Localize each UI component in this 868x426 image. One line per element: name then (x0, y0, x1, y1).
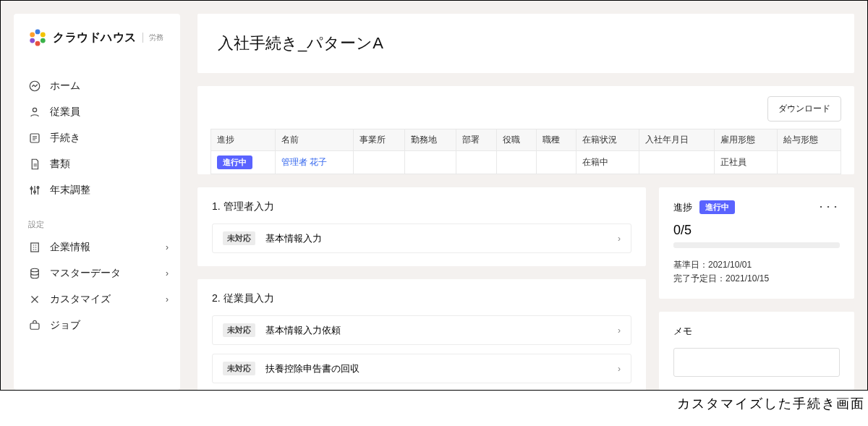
page-title: 入社手続き_パターンA (218, 33, 834, 54)
column-header: 雇用形態 (715, 129, 778, 151)
task-label: 扶養控除申告書の回収 (265, 362, 359, 375)
sidebar-settings-item-2[interactable]: カスタマイズ› (28, 286, 169, 312)
sidebar-nav-item-1[interactable]: 従業員 (28, 99, 169, 125)
sidebar-settings-item-3[interactable]: ジョブ (28, 312, 169, 338)
chevron-right-icon: › (166, 242, 169, 252)
task-label: 基本情報入力依頼 (265, 324, 341, 337)
column-header: 部署 (456, 129, 496, 151)
chevron-right-icon: › (166, 294, 169, 304)
employee-name-link[interactable]: 管理者 花子 (281, 157, 327, 167)
employee-table-panel: ダウンロード 進捗名前事業所勤務地部署役職職種在籍状況入社年月日雇用形態給与形態… (197, 86, 854, 174)
briefcase-icon (28, 319, 41, 332)
task-status-badge: 未対応 (223, 323, 255, 337)
progress-count: 0/5 (673, 223, 840, 238)
nav-label: 年末調整 (50, 184, 90, 197)
progress-bar (673, 242, 840, 248)
due-date: 2021/10/15 (726, 273, 769, 284)
cell-office (353, 151, 404, 174)
svg-rect-12 (31, 243, 39, 252)
user-icon (28, 106, 41, 119)
svg-point-2 (41, 38, 46, 43)
svg-point-0 (35, 29, 41, 34)
svg-point-13 (31, 268, 39, 272)
progress-badge: 進行中 (699, 200, 735, 214)
sidebar-nav-item-2[interactable]: 手続き (28, 125, 169, 151)
sidebar-nav-item-3[interactable]: 書類 (28, 151, 169, 177)
cell-jobtype (536, 151, 576, 174)
svg-point-7 (33, 108, 36, 111)
section-title: 1. 管理者入力 (212, 200, 631, 213)
column-header: 事業所 (353, 129, 404, 151)
task-status-badge: 未対応 (223, 362, 255, 375)
task-section-0: 1. 管理者入力未対応基本情報入力› (197, 187, 646, 266)
column-header: 職種 (536, 129, 576, 151)
chevron-right-icon: › (618, 364, 621, 374)
column-header: 入社年月日 (639, 129, 715, 151)
progress-dates: 基準日：2021/10/01 完了予定日：2021/10/15 (673, 258, 840, 286)
home-icon (28, 80, 41, 93)
svg-point-4 (30, 38, 35, 43)
task-row[interactable]: 未対応基本情報入力› (212, 223, 631, 253)
title-panel: 入社手続き_パターンA (197, 14, 854, 73)
nav-label: ジョブ (50, 319, 80, 332)
base-date: 2021/10/01 (708, 260, 752, 270)
cell-emp-type: 正社員 (715, 151, 778, 174)
svg-rect-14 (30, 323, 39, 329)
cell-status: 在籍中 (576, 151, 639, 174)
chevron-right-icon: › (618, 325, 621, 336)
brand-sub: 労務 (142, 33, 163, 43)
progress-card: 進捗 進行中 ･･･ 0/5 基準日：2021/10/01 完了予定日：2021… (659, 187, 854, 299)
memo-title: メモ (673, 325, 840, 338)
cell-workplace (405, 151, 456, 174)
brand-name: クラウドハウス (53, 30, 137, 46)
memo-card: メモ (659, 312, 854, 390)
building-icon (28, 241, 41, 254)
nav-label: 企業情報 (50, 241, 90, 254)
sidebar-section-label: 設定 (28, 219, 169, 230)
nav-label: 従業員 (50, 106, 80, 119)
tools-icon (28, 293, 41, 306)
sidebar-nav-item-0[interactable]: ホーム (28, 73, 169, 99)
nav-label: 書類 (50, 158, 70, 171)
database-icon (28, 267, 41, 280)
download-button[interactable]: ダウンロード (767, 96, 841, 122)
memo-input[interactable] (673, 348, 840, 377)
content-columns: 1. 管理者入力未対応基本情報入力›2. 従業員入力未対応基本情報入力依頼›未対… (197, 187, 854, 391)
task-row[interactable]: 未対応扶養控除申告書の回収› (212, 354, 631, 383)
more-menu-icon[interactable]: ･･･ (818, 201, 840, 214)
base-date-label: 基準日： (673, 260, 708, 270)
sidebar-settings-item-0[interactable]: 企業情報› (28, 234, 169, 260)
chevron-right-icon: › (166, 268, 169, 278)
column-header: 在籍状況 (576, 129, 639, 151)
task-row[interactable]: 未対応基本情報入力依頼› (212, 315, 631, 345)
list-icon (28, 132, 41, 145)
nav-label: ホーム (50, 80, 80, 93)
task-label: 基本情報入力 (265, 232, 322, 245)
app-frame: クラウドハウス 労務 ホーム従業員手続き書類年末調整 設定 企業情報›マスターデ… (0, 0, 868, 391)
nav-label: カスタマイズ (50, 293, 111, 306)
section-title: 2. 従業員入力 (212, 292, 631, 305)
brand: クラウドハウス 労務 (28, 28, 169, 47)
column-header: 勤務地 (405, 129, 456, 151)
task-section-1: 2. 従業員入力未対応基本情報入力依頼›未対応扶養控除申告書の回収›未対応マイナ… (197, 279, 646, 391)
employee-table: 進捗名前事業所勤務地部署役職職種在籍状況入社年月日雇用形態給与形態 進行中 管理… (210, 129, 841, 174)
table-row[interactable]: 進行中 管理者 花子 在籍中 正社員 (211, 151, 841, 174)
sidebar-settings: 企業情報›マスターデータ›カスタマイズ›ジョブ (28, 234, 169, 338)
sidebar-settings-item-1[interactable]: マスターデータ› (28, 260, 169, 286)
brand-logo-icon (28, 28, 47, 47)
nav-label: マスターデータ (50, 267, 121, 280)
svg-point-5 (30, 33, 35, 38)
cell-pay-type (778, 151, 841, 174)
task-status-badge: 未対応 (223, 231, 255, 245)
column-header: 進捗 (211, 129, 276, 151)
svg-point-1 (41, 33, 46, 38)
task-sections-column: 1. 管理者入力未対応基本情報入力›2. 従業員入力未対応基本情報入力依頼›未対… (197, 187, 646, 391)
chevron-right-icon: › (618, 234, 621, 244)
cell-dept (456, 151, 496, 174)
adjust-icon (28, 184, 41, 197)
cell-hire-date (639, 151, 715, 174)
sidebar-nav: ホーム従業員手続き書類年末調整 (28, 73, 169, 203)
svg-point-3 (35, 41, 41, 46)
sidebar-nav-item-4[interactable]: 年末調整 (28, 177, 169, 203)
cell-title (496, 151, 536, 174)
